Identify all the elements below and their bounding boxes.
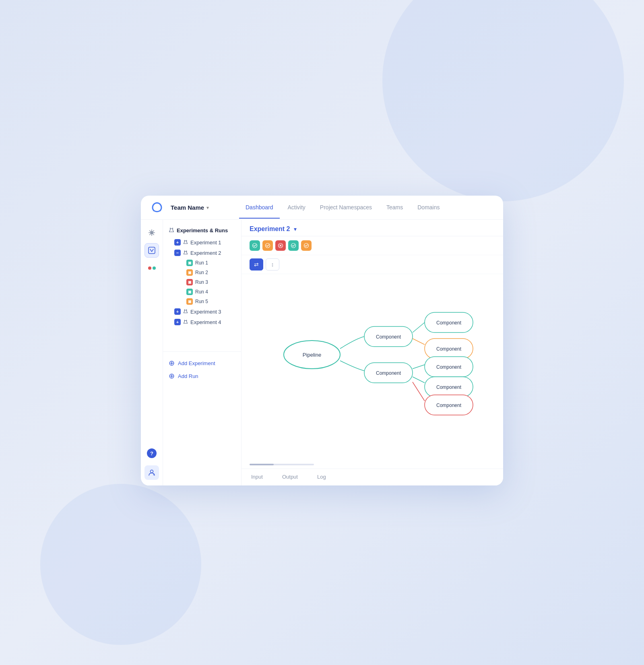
add-run-button[interactable]: ⊕ Add Run	[169, 370, 235, 382]
run-item-5[interactable]: ▣ Run 5	[163, 297, 241, 306]
svg-text:Component: Component	[376, 334, 401, 340]
run-1-label: Run 1	[195, 260, 208, 266]
experiment-header: Experiment 2 ▾	[242, 220, 503, 236]
top-nav: Team Name ▾ Dashboard Activity Project N…	[141, 196, 503, 220]
experiments-section-label: Experiments & Runs	[163, 224, 241, 237]
sidebar-footer: ⊕ Add Experiment ⊕ Add Run	[163, 351, 241, 387]
tab-log[interactable]: Log	[308, 469, 336, 485]
run-1-dot: ▣	[186, 260, 193, 266]
tree-experiment-3[interactable]: + Experiment 3	[163, 306, 241, 317]
team-name: Team Name	[171, 204, 204, 211]
dots-decoration	[148, 266, 156, 270]
beaker-section-icon	[169, 227, 174, 234]
experiments-nav-icon[interactable]	[144, 225, 159, 240]
run-5-label: Run 5	[195, 299, 208, 304]
run-3-label: Run 3	[195, 279, 208, 285]
run-badge-1[interactable]	[250, 240, 260, 251]
svg-text:Component: Component	[376, 370, 401, 376]
svg-point-12	[253, 244, 257, 248]
svg-rect-5	[149, 247, 155, 254]
diagram-scroll-thumb	[250, 464, 274, 465]
svg-text:Component: Component	[436, 346, 462, 352]
add-experiment-button[interactable]: ⊕ Add Experiment	[169, 357, 235, 370]
svg-point-17	[291, 244, 296, 248]
bottom-tabs: Input Output Log	[242, 469, 503, 485]
tree-experiment-4[interactable]: + Experiment 4	[163, 317, 241, 327]
expand-experiment-2-btn[interactable]: −	[174, 250, 181, 256]
tab-output[interactable]: Output	[272, 469, 308, 485]
tab-activity[interactable]: Activity	[281, 197, 312, 219]
run-item-1[interactable]: ▣ Run 1	[163, 258, 241, 268]
run-item-4[interactable]: ▣ Run 4	[163, 287, 241, 297]
diagram-scrollbar[interactable]	[250, 464, 314, 465]
run-item-2[interactable]: ▣ Run 2	[163, 268, 241, 277]
expand-experiment-4-btn[interactable]: +	[174, 319, 181, 325]
run-2-label: Run 2	[195, 270, 208, 275]
experiment-panel-title: Experiment 2	[250, 225, 290, 233]
svg-text:Component: Component	[436, 364, 462, 370]
tab-teams[interactable]: Teams	[380, 197, 409, 219]
svg-point-6	[151, 470, 153, 473]
run-4-dot: ▣	[186, 289, 193, 295]
tree-experiment-2[interactable]: − Experiment 2	[163, 248, 241, 258]
app-window: Team Name ▾ Dashboard Activity Project N…	[141, 196, 503, 485]
dots-nav-icon[interactable]	[144, 261, 159, 275]
team-selector[interactable]: Team Name ▾	[167, 202, 212, 213]
sidebar-layout: ?	[141, 220, 241, 485]
tree-panel: Experiments & Runs + Experiment 1	[163, 220, 241, 485]
experiment-3-beaker-icon	[183, 309, 188, 315]
models-nav-icon[interactable]	[144, 243, 159, 258]
run-2-dot: ▣	[186, 269, 193, 276]
run-4-label: Run 4	[195, 289, 208, 295]
add-run-label: Add Run	[178, 373, 198, 379]
run-item-3[interactable]: ▣ Run 3	[163, 277, 241, 287]
run-badges-row	[242, 236, 503, 255]
expand-experiment-1-btn[interactable]: +	[174, 239, 181, 246]
experiment-2-beaker-icon	[183, 250, 188, 256]
experiment-dropdown-icon[interactable]: ▾	[294, 226, 297, 232]
run-badge-2[interactable]	[262, 240, 273, 251]
add-experiment-label: Add Experiment	[178, 360, 215, 366]
experiment-2-label: Experiment 2	[190, 250, 221, 256]
svg-point-18	[304, 244, 309, 248]
logo-area: Team Name ▾	[151, 201, 239, 214]
experiment-1-label: Experiment 1	[190, 240, 221, 246]
run-5-dot: ▣	[186, 298, 193, 305]
horizontal-view-button[interactable]: ⇄	[250, 258, 263, 271]
experiment-4-label: Experiment 4	[190, 319, 221, 325]
experiment-3-label: Experiment 3	[190, 309, 221, 315]
run-badge-5[interactable]	[301, 240, 312, 251]
sidebar: ?	[141, 220, 242, 485]
add-experiment-circle-icon: ⊕	[169, 359, 175, 368]
nav-tabs: Dashboard Activity Project Namespaces Te…	[239, 197, 493, 219]
experiments-section-title: Experiments & Runs	[177, 227, 228, 233]
expand-experiment-3-btn[interactable]: +	[174, 308, 181, 315]
vertical-view-button[interactable]: ↕	[266, 258, 279, 271]
run-badge-4[interactable]	[288, 240, 299, 251]
experiment-1-beaker-icon	[183, 240, 188, 246]
team-chevron-icon: ▾	[206, 205, 209, 211]
main-content: ?	[141, 220, 503, 485]
tab-domains[interactable]: Domains	[411, 197, 446, 219]
svg-text:Component: Component	[436, 384, 462, 390]
user-avatar-icon[interactable]	[144, 465, 159, 480]
svg-text:Component: Component	[436, 320, 462, 326]
add-run-circle-icon: ⊕	[169, 372, 175, 380]
tab-input[interactable]: Input	[242, 469, 272, 485]
svg-text:Component: Component	[436, 403, 462, 408]
tab-dashboard[interactable]: Dashboard	[239, 197, 280, 219]
experiment-4-beaker-icon	[183, 319, 188, 325]
run-badge-3[interactable]	[275, 240, 286, 251]
tab-project-namespaces[interactable]: Project Namespaces	[314, 197, 378, 219]
app-logo-icon	[151, 201, 163, 214]
help-button[interactable]: ?	[147, 448, 157, 458]
svg-point-13	[266, 244, 270, 248]
view-controls: ⇄ ↕	[242, 255, 503, 274]
run-3-dot: ▣	[186, 279, 193, 285]
tree-experiment-1[interactable]: + Experiment 1	[163, 237, 241, 248]
pipeline-diagram: Pipeline Component Component Compon	[250, 282, 495, 419]
icon-rail: ?	[141, 220, 163, 485]
svg-text:Pipeline: Pipeline	[303, 352, 321, 358]
diagram-area: Pipeline Component Component Compon	[242, 274, 503, 469]
right-panel: Experiment 2 ▾	[242, 220, 503, 485]
